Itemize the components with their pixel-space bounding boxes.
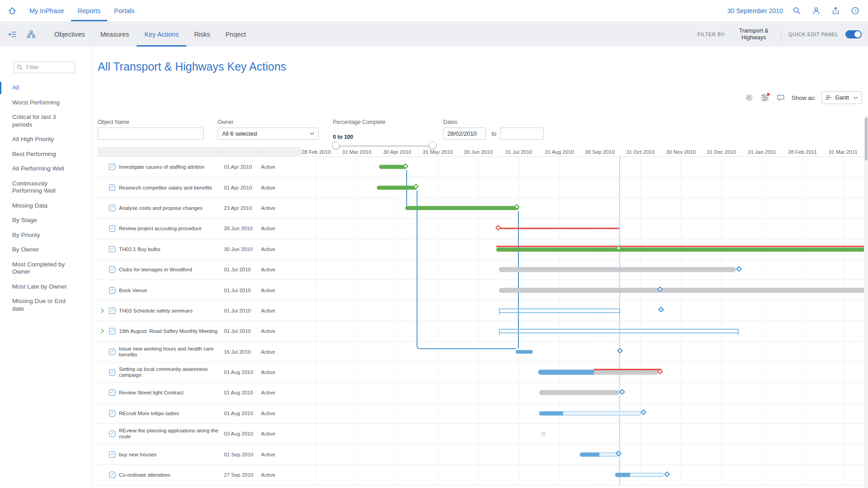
sidebar-item-missing-due-or-end-date[interactable]: Missing Due or End date: [0, 294, 84, 316]
chevron-down-icon: [854, 96, 858, 99]
tab-objectives[interactable]: Objectives: [47, 22, 93, 47]
milestone-diamond[interactable]: [617, 348, 623, 354]
task-checkbox-icon[interactable]: ✓: [109, 225, 115, 232]
task-checkbox-icon[interactable]: ✓: [109, 389, 115, 396]
hierarchy-icon[interactable]: [25, 28, 37, 40]
task-checkbox-icon[interactable]: ✓: [109, 185, 115, 191]
task-checkbox-icon[interactable]: ✓: [109, 287, 115, 294]
gantt-bar[interactable]: [516, 350, 533, 354]
comment-icon[interactable]: [776, 93, 786, 103]
task-name[interactable]: TH03 Schedule safety seminars: [119, 308, 222, 313]
gear-icon[interactable]: [744, 93, 754, 103]
report-list: AllWorst PerformingCritical for last 3 p…: [0, 81, 91, 316]
nav-link-reports[interactable]: Reports: [71, 0, 108, 21]
vertical-scrollbar[interactable]: [864, 116, 868, 488]
gantt-bar[interactable]: [539, 390, 619, 395]
task-checkbox-icon[interactable]: ✓: [109, 451, 115, 458]
sidebar-item-by-owner[interactable]: By Owner: [0, 242, 84, 257]
gantt-track-bar[interactable]: [541, 432, 545, 436]
task-checkbox-icon[interactable]: ✓: [109, 205, 115, 211]
expand-chevron-icon[interactable]: [100, 308, 104, 313]
help-icon[interactable]: ?: [849, 5, 861, 17]
gantt-month-label: 31 Mar 2011: [823, 149, 863, 155]
object-name-input[interactable]: [98, 128, 204, 140]
gantt-type-icon: [825, 95, 832, 101]
sidebar-item-all[interactable]: All: [0, 81, 84, 95]
sidebar-item-worst-performing[interactable]: Worst Performing: [0, 95, 84, 110]
milestone-diamond[interactable]: [640, 410, 646, 416]
task-name[interactable]: Setting up local community awareness cam…: [119, 366, 222, 378]
tab-measures[interactable]: Measures: [93, 22, 137, 47]
task-name[interactable]: Review Street light Contract: [119, 390, 222, 396]
gantt-bar[interactable]: [538, 370, 594, 375]
gantt-summary-bracket[interactable]: [499, 308, 620, 313]
milestone-diamond[interactable]: [658, 307, 664, 313]
task-checkbox-icon[interactable]: ✓: [109, 266, 115, 273]
task-checkbox-icon[interactable]: ✓: [109, 431, 115, 437]
milestone-diamond[interactable]: [619, 389, 625, 395]
task-name[interactable]: Clubs for teenages in Woodford: [119, 267, 222, 273]
nav-link-my-inphase[interactable]: My InPhase: [23, 0, 71, 21]
gantt-bar[interactable]: [496, 247, 865, 251]
sidebar-item-best-performing[interactable]: Best Performing: [0, 147, 84, 162]
user-icon[interactable]: [810, 5, 822, 17]
dates-label: Dates: [443, 119, 457, 125]
tab-risks[interactable]: Risks: [186, 22, 218, 47]
date-from-input[interactable]: [443, 128, 486, 140]
gantt-bar[interactable]: [499, 288, 865, 293]
expand-chevron-icon[interactable]: [100, 328, 104, 334]
tab-key-actions[interactable]: Key Actions: [137, 22, 186, 47]
task-name[interactable]: Review project accouting procedure: [119, 226, 222, 232]
date-to-input[interactable]: [500, 128, 544, 140]
export-icon[interactable]: [830, 5, 841, 17]
gantt-summary-bracket[interactable]: [499, 329, 739, 333]
filter-by-value[interactable]: Transport & Highways: [733, 28, 774, 41]
task-name[interactable]: buy new houses: [119, 451, 222, 457]
milestone-diamond[interactable]: [736, 266, 742, 272]
sidebar-item-critical-for-last-3-periods[interactable]: Critical for last 3 periods: [0, 110, 84, 132]
task-checkbox-icon[interactable]: ✓: [109, 328, 115, 334]
task-checkbox-icon[interactable]: ✓: [109, 472, 115, 478]
sidebar-item-missing-data[interactable]: Missing Data: [0, 199, 84, 213]
task-name[interactable]: Co-ordinate attendees: [119, 472, 222, 478]
filter-sliders-icon[interactable]: [760, 93, 770, 103]
search-icon[interactable]: [791, 5, 802, 17]
task-name[interactable]: 19th August: Road Saftey Monthly Meeting: [119, 328, 222, 334]
sidebar-item-most-completed-by-owner[interactable]: Most Completed by Owner: [0, 257, 84, 280]
task-name[interactable]: Research competitor salary and benefits: [119, 185, 222, 190]
quick-edit-toggle[interactable]: [845, 30, 862, 38]
task-name[interactable]: Analyse costs and propose changes: [119, 205, 222, 211]
home-icon[interactable]: [6, 5, 18, 17]
task-date: 01 Jul 2010: [224, 288, 251, 293]
gantt-progress-fill: [539, 411, 563, 415]
task-name[interactable]: Issue new working hours and health care …: [119, 346, 222, 358]
show-as-dropdown[interactable]: Gantt: [821, 91, 862, 104]
sidebar-item-all-performing-well[interactable]: All Performing Well: [0, 161, 84, 176]
task-checkbox-icon[interactable]: ✓: [109, 164, 115, 170]
milestone-diamond[interactable]: [664, 471, 670, 477]
owner-select[interactable]: All 6 selected: [218, 128, 319, 140]
gantt-bar[interactable]: [499, 267, 736, 272]
sidebar-filter-input[interactable]: [14, 62, 75, 73]
sidebar-item-continuously-performing-well[interactable]: Continuously Performing Well: [0, 176, 84, 199]
sidebar-item-most-late-by-owner[interactable]: Most Late by Owner: [0, 280, 84, 294]
task-name[interactable]: REcruit More lollipo ladies: [119, 410, 222, 416]
task-name[interactable]: Book Venue: [119, 287, 222, 293]
task-checkbox-icon[interactable]: ✓: [109, 369, 115, 375]
nav-link-portals[interactable]: Portals: [107, 0, 141, 21]
add-list-icon[interactable]: [7, 28, 19, 40]
task-checkbox-icon[interactable]: ✓: [109, 410, 115, 417]
task-checkbox-icon[interactable]: ✓: [109, 246, 115, 252]
task-checkbox-icon[interactable]: ✓: [109, 349, 115, 355]
sidebar-item-by-stage[interactable]: By Stage: [0, 213, 84, 228]
task-name[interactable]: TH02.1 Buy bulbs: [119, 246, 222, 252]
sidebar-item-all-high-priority[interactable]: All High Priority: [0, 132, 84, 147]
sidebar-item-by-priority[interactable]: By Priority: [0, 228, 84, 243]
task-checkbox-icon[interactable]: ✓: [109, 308, 115, 314]
tab-project[interactable]: Project: [218, 22, 254, 47]
gantt-bar[interactable]: [377, 185, 417, 190]
scrollbar-thumb[interactable]: [865, 118, 868, 161]
gantt-bar[interactable]: [405, 206, 519, 210]
task-name[interactable]: Investigate causes of staffing attrition: [119, 164, 222, 170]
task-name[interactable]: REview the planning applciations along t…: [119, 428, 222, 440]
